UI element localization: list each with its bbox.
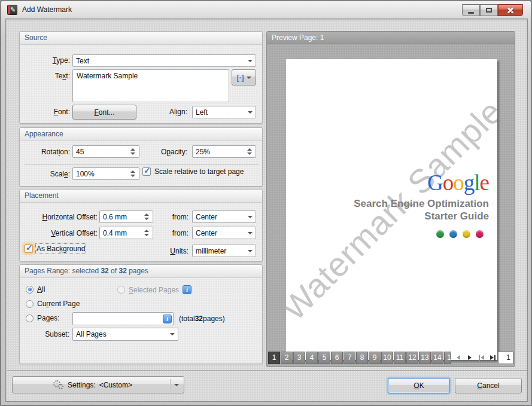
app-icon: ✎	[7, 5, 17, 15]
from-label: from:	[161, 229, 189, 238]
page-button[interactable]: 1	[268, 352, 280, 364]
macro-button[interactable]: [·]	[232, 69, 256, 86]
maximize-button[interactable]	[480, 4, 498, 16]
page-button[interactable]: 13	[419, 352, 431, 364]
preview-header: Preview Page: 1	[267, 32, 515, 44]
horizontal-offset-spinner[interactable]: 0.6 mm	[99, 210, 153, 223]
spinner-arrows[interactable]	[144, 213, 150, 220]
watermark-text-input[interactable]: Watermark Sample	[72, 69, 229, 102]
page-button[interactable]: 8	[356, 352, 368, 364]
chevron-down-icon	[170, 333, 175, 335]
nav-first-button[interactable]	[476, 352, 486, 363]
spin-up-icon	[130, 170, 135, 173]
appearance-group-header: Appearance	[20, 128, 262, 141]
page-number-input[interactable]: 1	[498, 352, 513, 364]
scale-relative-checkbox[interactable]: ✓ Scale relative to target page	[142, 167, 244, 176]
vertical-from-combo[interactable]: Center	[192, 227, 256, 239]
scale-value: 100%	[76, 170, 95, 178]
opacity-label: Opacity:	[139, 148, 187, 157]
radio-icon	[26, 300, 34, 308]
page-button[interactable]: 2	[281, 352, 293, 364]
page-button[interactable]: 6	[331, 352, 343, 364]
page-button[interactable]: 7	[343, 352, 355, 364]
page-button[interactable]: 5	[318, 352, 330, 364]
spin-down-icon	[144, 234, 149, 236]
spinner-arrows[interactable]	[130, 170, 136, 177]
vertical-offset-spinner[interactable]: 0.4 mm	[99, 227, 153, 239]
as-background-checkbox[interactable]: ✓ As Background	[25, 245, 85, 253]
horizontal-from-combo[interactable]: Center	[192, 210, 256, 223]
rotation-spinner[interactable]: 45	[72, 145, 139, 158]
chevron-down-icon	[247, 77, 251, 79]
page-button[interactable]: 3	[293, 352, 305, 364]
chevron-left-icon	[457, 355, 460, 360]
watermark-text-value: Watermark Sample	[77, 72, 138, 80]
page-button[interactable]: 14	[431, 352, 443, 364]
add-watermark-dialog: ✎ Add Watermark Source Type: Text Text: …	[0, 0, 532, 406]
page-nav-controls	[454, 352, 497, 363]
spinner-arrows[interactable]	[130, 148, 136, 155]
pages-range-group: Pages Range: selected 32 of 32 pages All…	[19, 264, 263, 364]
page-content: Google Search Engine Optimization Starte…	[354, 172, 489, 238]
nav-last-button[interactable]	[488, 352, 497, 363]
page-button[interactable]: 12	[406, 352, 418, 364]
footer-divider	[7, 370, 527, 371]
spin-up-icon	[144, 213, 149, 216]
spin-down-icon	[130, 175, 135, 177]
radio-current-page[interactable]: Current Page	[26, 300, 80, 308]
page-button[interactable]: 9	[369, 352, 381, 364]
divider	[25, 164, 259, 164]
close-button[interactable]	[498, 4, 523, 16]
scale-spinner[interactable]: 100%	[72, 167, 139, 180]
chevron-down-icon	[248, 216, 253, 218]
radio-pages[interactable]: Pages:	[26, 314, 59, 322]
as-background-label: As Background	[37, 245, 85, 253]
info-icon[interactable]: i	[163, 315, 172, 323]
spin-down-icon	[247, 152, 252, 155]
minimize-button[interactable]	[462, 4, 480, 16]
font-button[interactable]: Font...	[72, 105, 136, 120]
preview-area: Watermark Sample Google Search Engine Op…	[267, 44, 514, 366]
divider	[170, 379, 171, 390]
brand-dot	[436, 230, 444, 238]
chevron-down-icon	[248, 232, 253, 234]
maximize-icon	[486, 8, 492, 13]
radio-all[interactable]: All	[26, 285, 45, 294]
check-icon: ✓	[144, 166, 151, 175]
chevron-down-icon	[174, 384, 179, 386]
subset-combo[interactable]: All Pages	[72, 328, 178, 341]
chevron-down-icon	[248, 250, 253, 252]
page-button[interactable]: 10	[381, 352, 393, 364]
horizontal-offset-label: Horizontal Offset:	[23, 213, 98, 222]
spin-up-icon	[130, 148, 135, 151]
settings-label: Settings:	[68, 381, 96, 389]
vertical-from-value: Center	[196, 229, 217, 237]
titlebar[interactable]: ✎ Add Watermark	[1, 1, 531, 19]
rotation-value: 45	[76, 148, 84, 156]
type-label: Type:	[23, 56, 70, 65]
settings-combo[interactable]: Settings: <Custom>	[12, 376, 184, 393]
spinner-arrows[interactable]	[247, 148, 253, 155]
page-button[interactable]: 11	[394, 352, 406, 364]
nav-next-button[interactable]	[465, 352, 475, 363]
text-label: Text:	[23, 72, 70, 81]
page-button[interactable]: 4	[306, 352, 318, 364]
cancel-button[interactable]: Cancel	[455, 378, 522, 393]
align-label: Align:	[147, 108, 187, 117]
font-label: Font:	[23, 108, 70, 117]
units-combo[interactable]: millimeter	[192, 245, 256, 257]
info-icon[interactable]: i	[183, 285, 191, 294]
nav-prev-button[interactable]	[454, 352, 463, 363]
spinner-arrows[interactable]	[144, 230, 150, 236]
opacity-spinner[interactable]: 25%	[192, 145, 256, 158]
type-combo[interactable]: Text	[72, 54, 256, 67]
align-combo[interactable]: Left	[192, 106, 256, 118]
ok-button[interactable]: OK	[388, 378, 450, 393]
brand-dot	[476, 230, 484, 238]
window-title: Add Watermark	[22, 5, 72, 14]
type-value: Text	[76, 57, 89, 65]
placement-group-header: Placement	[20, 190, 262, 203]
page-button[interactable]: 1	[444, 352, 451, 364]
pages-input[interactable]: i	[72, 312, 174, 325]
units-label: Units:	[161, 247, 189, 256]
